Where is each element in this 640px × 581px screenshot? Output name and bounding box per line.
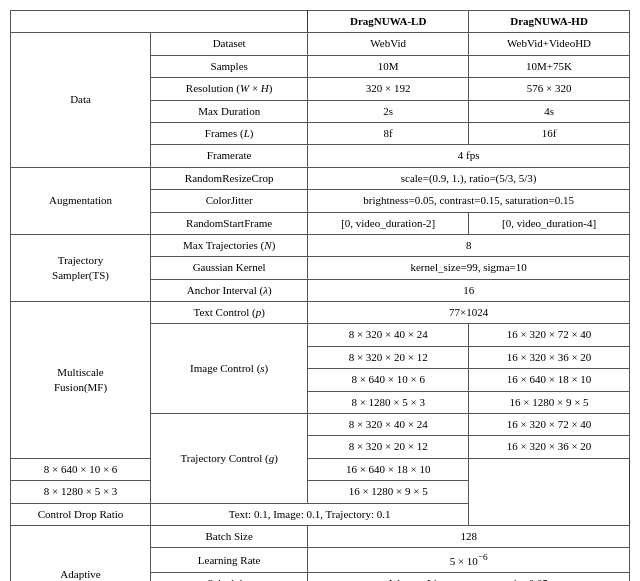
row-imagecontrol-ld-3: 8 × 640 × 10 × 6 xyxy=(308,369,469,391)
row-dataset-hd: WebVid+VideoHD xyxy=(469,33,630,55)
row-resolution-ld: 320 × 192 xyxy=(308,78,469,100)
header-version: DragNUWA-LD xyxy=(308,11,469,33)
row-maxduration-label: Max Duration xyxy=(151,100,308,122)
row-samples-label: Samples xyxy=(151,55,308,77)
row-batchsize-val: 128 xyxy=(308,525,630,547)
row-maxduration-ld: 2s xyxy=(308,100,469,122)
row-imagecontrol-hd-4: 16 × 1280 × 9 × 5 xyxy=(469,391,630,413)
row-colorjitter-val: brightness=0.05, contrast=0.15, saturati… xyxy=(308,190,630,212)
row-randomresizecrop-label: RandomResizeCrop xyxy=(151,167,308,189)
row-trajcontrol-ld-3: 8 × 640 × 10 × 6 xyxy=(11,458,151,480)
row-scheduler-val: WarmupLinear, warmup_ratio=0.05 xyxy=(308,573,630,581)
row-scheduler-label: Scheduler xyxy=(151,573,308,581)
row-learningrate-val: 5 × 10−6 xyxy=(308,548,630,573)
row-framerate-label: Framerate xyxy=(151,145,308,167)
row-trajcontrol-ld-1: 8 × 320 × 40 × 24 xyxy=(308,414,469,436)
row-anchorinterval-label: Anchor Interval (λ) xyxy=(151,279,308,301)
row-randomstartframe-ld: [0, video_duration-2] xyxy=(308,212,469,234)
row-samples-ld: 10M xyxy=(308,55,469,77)
row-trajcontrol-hd-1: 16 × 320 × 72 × 40 xyxy=(469,414,630,436)
row-gaussiankernel-label: Gaussian Kernel xyxy=(151,257,308,279)
row-dataset-label: Dataset xyxy=(151,33,308,55)
row-gaussiankernel-val: kernel_size=99, sigma=10 xyxy=(308,257,630,279)
row-colorjitter-label: ColorJitter xyxy=(151,190,308,212)
row-resolution-hd: 576 × 320 xyxy=(469,78,630,100)
row-imagecontrol-hd-2: 16 × 320 × 36 × 20 xyxy=(469,346,630,368)
section-data: Data xyxy=(11,33,151,167)
row-frames-ld: 8f xyxy=(308,122,469,144)
row-randomstartframe-label: RandomStartFrame xyxy=(151,212,308,234)
row-maxtraj-label: Max Trajectories (N) xyxy=(151,234,308,256)
row-imagecontrol-ld-2: 8 × 320 × 20 × 12 xyxy=(308,346,469,368)
table-wrapper: DragNUWA-LD DragNUWA-HD Data Dataset Web… xyxy=(10,10,630,581)
row-frames-hd: 16f xyxy=(469,122,630,144)
row-imagecontrol-hd-3: 16 × 640 × 18 × 10 xyxy=(469,369,630,391)
row-resolution-label: Resolution (W × H) xyxy=(151,78,308,100)
row-controldrop-val: Text: 0.1, Image: 0.1, Trajectory: 0.1 xyxy=(151,503,469,525)
row-anchorinterval-val: 16 xyxy=(308,279,630,301)
row-imagecontrol-ld-1: 8 × 320 × 40 × 24 xyxy=(308,324,469,346)
row-imagecontrol-ld-4: 8 × 1280 × 5 × 3 xyxy=(308,391,469,413)
row-batchsize-label: Batch Size xyxy=(151,525,308,547)
row-controldrop-label: Control Drop Ratio xyxy=(11,503,151,525)
main-table: DragNUWA-LD DragNUWA-HD Data Dataset Web… xyxy=(10,10,630,581)
section-multiscale-fusion: MultiscaleFusion(MF) xyxy=(11,302,151,459)
row-samples-hd: 10M+75K xyxy=(469,55,630,77)
row-dataset-ld: WebVid xyxy=(308,33,469,55)
header-dragld: DragNUWA-HD xyxy=(469,11,630,33)
section-trajectory-sampler: TrajectorySampler(TS) xyxy=(11,234,151,301)
row-textcontrol-val: 77×1024 xyxy=(308,302,630,324)
row-trajcontrol-ld-2: 8 × 320 × 20 × 12 xyxy=(308,436,469,458)
row-trajcontrol-ld-4: 8 × 1280 × 5 × 3 xyxy=(11,481,151,503)
row-randomstartframe-hd: [0, video_duration-4] xyxy=(469,212,630,234)
row-frames-label: Frames (L) xyxy=(151,122,308,144)
row-imagecontrol-hd-1: 16 × 320 × 72 × 40 xyxy=(469,324,630,346)
section-adaptive-training: AdaptiveTraining(AT) xyxy=(11,525,151,581)
row-learningrate-label: Learning Rate xyxy=(151,548,308,573)
row-imagecontrol-label: Image Control (s) xyxy=(151,324,308,414)
row-trajcontrol-label: Trajectory Control (g) xyxy=(151,414,308,504)
section-augmentation: Augmentation xyxy=(11,167,151,234)
row-textcontrol-label: Text Control (p) xyxy=(151,302,308,324)
header-empty-1 xyxy=(11,11,308,33)
row-maxtraj-val: 8 xyxy=(308,234,630,256)
row-trajcontrol-hd-3: 16 × 640 × 18 × 10 xyxy=(308,458,469,480)
row-maxduration-hd: 4s xyxy=(469,100,630,122)
row-trajcontrol-hd-2: 16 × 320 × 36 × 20 xyxy=(469,436,630,458)
row-trajcontrol-hd-4: 16 × 1280 × 9 × 5 xyxy=(308,481,469,503)
row-framerate-val: 4 fps xyxy=(308,145,630,167)
row-randomresizecrop-val: scale=(0.9, 1.), ratio=(5/3, 5/3) xyxy=(308,167,630,189)
